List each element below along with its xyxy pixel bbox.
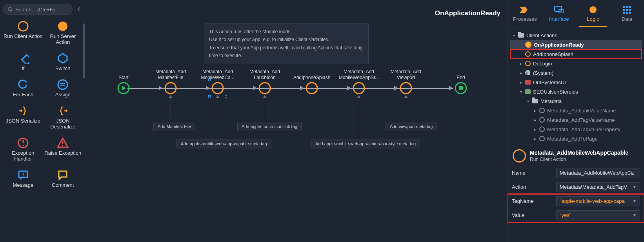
- tree-outsystems-ui[interactable]: ▸ OutSystemsUI: [510, 78, 642, 87]
- tool-exception-handler[interactable]: Exception Handler: [3, 137, 43, 162]
- tool-run-client-action[interactable]: Run Client Action: [3, 20, 43, 45]
- svg-rect-4: [22, 55, 29, 64]
- run-server-action-icon: [57, 20, 69, 32]
- svg-point-2: [18, 22, 28, 31]
- tool-label: Message: [13, 182, 33, 188]
- tree-add-iphone-splash[interactable]: AddIphoneSplash: [510, 49, 642, 59]
- prop-row-value: Value "yes" ▼: [508, 208, 644, 222]
- tree-seo-utils[interactable]: ▾ SEOUtilsonSteroids: [510, 87, 642, 96]
- tool-switch[interactable]: Switch: [43, 52, 83, 72]
- raise-exception-icon: [57, 137, 69, 149]
- node-add-iphone-splash[interactable]: AddIphoneSplash: [288, 69, 335, 94]
- prop-value-value[interactable]: "yes" ▼: [556, 210, 640, 220]
- node-status-bar[interactable]: Metadata_Add MobileWebAppSt...: [335, 69, 382, 94]
- dropdown-icon: ▼: [633, 185, 637, 189]
- node-mobile-web-capable[interactable]: Metadata_Add MobileWebCa...: [194, 69, 241, 94]
- tool-label: Exception Handler: [3, 150, 43, 162]
- node-end[interactable]: End: [437, 69, 484, 94]
- client-action-icon: [525, 51, 531, 57]
- tree-label: Client Actions: [526, 33, 557, 38]
- connector-arrow-icon: [449, 86, 453, 90]
- flow-canvas[interactable]: OnApplicationReady This Action runs afte…: [86, 0, 508, 242]
- tool-if[interactable]: If: [3, 52, 43, 72]
- tree-label: Metadata_AddToPage: [547, 136, 598, 142]
- tool-json-deserialize[interactable]: JSON Deserialize: [43, 105, 83, 130]
- tool-label: If: [22, 66, 24, 72]
- tool-run-server-action[interactable]: Run Server Action: [43, 20, 83, 45]
- client-action-icon: [513, 149, 526, 163]
- tool-json-serialize[interactable]: JSON Serialize: [3, 105, 43, 130]
- prop-row-name: Name Metadata_AddMobileWebAppCa: [508, 166, 644, 180]
- tool-raise-exception[interactable]: Raise Exception: [43, 137, 83, 162]
- processes-icon: [520, 5, 530, 14]
- node-label-l2: MobileWebAppSt...: [339, 75, 379, 80]
- tab-data[interactable]: Data: [610, 0, 644, 27]
- node-label: Start: [118, 69, 128, 80]
- tool-comment[interactable]: Comment: [43, 169, 83, 188]
- svg-point-24: [259, 83, 270, 94]
- search-input[interactable]: Search... (Ctrl+E): [3, 4, 73, 15]
- comment-arrow-icon: [263, 95, 267, 98]
- node-manifest[interactable]: Metadata_Add ManifestFile: [147, 69, 194, 94]
- tab-logic[interactable]: Logic: [576, 0, 610, 27]
- svg-point-25: [306, 83, 317, 94]
- client-action-icon: [525, 61, 531, 66]
- caret-right-icon: ▸: [519, 61, 523, 66]
- prop-value-action[interactable]: Metadata\Metadata_AddTagV ▼: [556, 182, 640, 192]
- svg-point-26: [353, 83, 364, 94]
- prop-value-text: "yes": [560, 212, 571, 218]
- referenced-action-icon: [539, 136, 545, 141]
- tab-label: Data: [622, 16, 632, 22]
- node-launch-icon[interactable]: Metadata_Add LauchIcon: [241, 69, 288, 94]
- flow-area: Start Metadata_Add ManifestFile Metadata…: [104, 69, 500, 159]
- caret-down-icon: ▾: [519, 90, 523, 94]
- connector-arrow-icon: [394, 86, 398, 90]
- svg-point-0: [8, 7, 11, 11]
- toolbox-collapse-button[interactable]: [75, 5, 83, 13]
- comment-manifest[interactable]: Add Manifest File: [153, 122, 195, 131]
- node-viewport[interactable]: Metadata_Add Viewport: [382, 69, 429, 94]
- tree-metadata-addlinkvaluename[interactable]: ▸ Metadata_AddLinkValueName: [510, 106, 642, 115]
- tool-assign[interactable]: Assign: [43, 79, 83, 98]
- tool-message[interactable]: Message: [3, 169, 43, 188]
- node-label-l2: ManifestFile: [155, 75, 186, 80]
- tree-metadata-folder[interactable]: ▾ Metadata: [510, 96, 642, 106]
- toolbox-scrollbar[interactable]: [83, 23, 85, 78]
- action-node-icon: [164, 82, 177, 94]
- tree-client-actions[interactable]: ▾ Client Actions: [510, 31, 642, 40]
- properties-header: Metadata_AddMobileWebAppCapable Run Clie…: [508, 146, 644, 166]
- node-label-l1: Metadata_Add: [391, 69, 421, 74]
- referenced-action-icon: [539, 117, 545, 123]
- prop-value-name[interactable]: Metadata_AddMobileWebAppCa: [556, 168, 640, 178]
- tool-label: Run Client Action: [4, 34, 43, 40]
- tree-metadata-addtagvalueproperty[interactable]: ▸ Metadata_AddTagValueProperty: [510, 125, 642, 134]
- tree-metadata-addtopage[interactable]: ▸ Metadata_AddToPage: [510, 134, 642, 143]
- tool-label: Comment: [52, 182, 74, 188]
- tree-metadata-addtagvaluename[interactable]: ▸ Metadata_AddTagValueName: [510, 115, 642, 125]
- node-start[interactable]: Start: [100, 69, 147, 94]
- comment-viewport[interactable]: Add viewport meta tag: [386, 122, 437, 131]
- tree-label: DoLogin: [533, 61, 552, 67]
- svg-point-12: [22, 144, 24, 146]
- svg-rect-40: [623, 12, 625, 14]
- prop-value-tagname[interactable]: "apple-mobile-web-app-capa ▼: [556, 196, 640, 206]
- svg-point-22: [165, 83, 176, 94]
- referenced-action-icon: [539, 126, 545, 132]
- node-label: End: [457, 69, 465, 80]
- svg-point-15: [62, 145, 64, 146]
- json-serialize-icon: [17, 105, 29, 117]
- tree-do-login[interactable]: ▸ DoLogin: [510, 59, 642, 68]
- tab-interface[interactable]: Interface: [542, 0, 576, 27]
- tree-on-application-ready[interactable]: ⚡ OnApplicationReady: [510, 40, 642, 49]
- comment-status[interactable]: Add apple-mobile-web-app-status-bar-styl…: [311, 139, 420, 148]
- tab-processes[interactable]: Processes: [508, 0, 542, 27]
- toolbox-panel: Search... (Ctrl+E) Run Client Action Run…: [0, 0, 86, 242]
- tool-label: Raise Exception: [44, 150, 81, 156]
- message-icon: [17, 169, 29, 181]
- comment-capable[interactable]: Add apple-mobile-web-app-capable meta ta…: [176, 139, 271, 148]
- tree-system[interactable]: ▸ (System): [510, 68, 642, 78]
- comment-launch[interactable]: Add apple-touch-icon link tag: [237, 122, 302, 131]
- tool-label: Switch: [55, 66, 70, 72]
- tool-for-each[interactable]: For Each: [3, 79, 43, 98]
- tool-label: JSON Serialize: [6, 118, 40, 124]
